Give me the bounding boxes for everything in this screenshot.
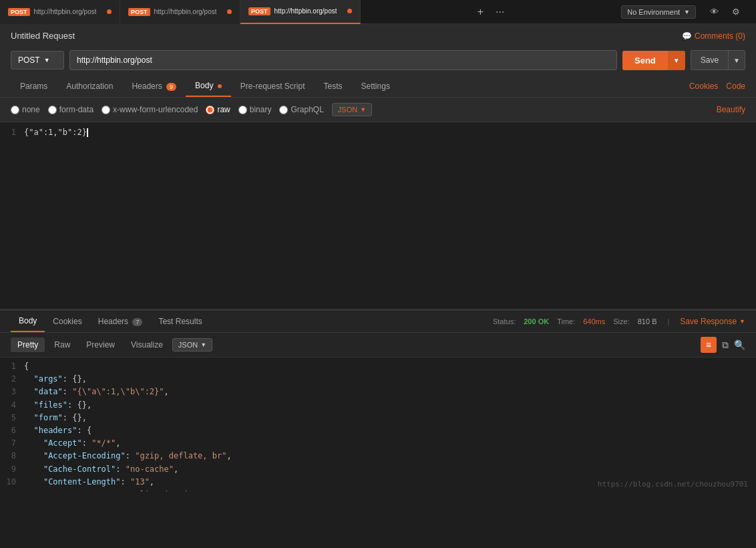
size-value: 810 B [638,317,657,325]
request-tab-2[interactable]: POST http://httpbin.org/post [120,0,240,24]
resp-tab-headers[interactable]: Headers 7 [90,311,151,331]
tab2-method: POST [128,8,150,16]
save-button[interactable]: Save [691,50,729,70]
option-form-data[interactable]: form-data [48,105,93,114]
editor-area[interactable]: 1 {"a":1,"b":2} [0,122,756,309]
status-label: Status: [493,317,516,325]
response-section: Body Cookies Headers 7 Test Results Stat… [0,309,756,491]
request-title: Untitled Request [11,31,75,41]
tab2-url: http://httpbin.org/post [154,8,217,15]
save-response-chevron-icon: ▼ [739,318,745,325]
fmt-tab-raw[interactable]: Raw [47,337,77,352]
env-chevron-icon: ▼ [684,9,690,15]
cookies-link[interactable]: Cookies [689,82,718,91]
response-format-bar: Pretty Raw Preview Visualize JSON ▼ ≡ ⧉ … [0,333,756,358]
search-response-button[interactable]: 🔍 [734,337,745,353]
tab-body[interactable]: Body [186,76,231,97]
environment-label: No Environment [627,8,680,16]
resp-line-2: 2 "args": {}, [0,373,756,386]
response-body[interactable]: 1 { 2 "args": {}, 3 "data": "{\"a\":1,\"… [0,358,756,491]
word-wrap-button[interactable]: ≡ [701,337,717,353]
tab2-dot [227,9,232,14]
resp-line-4: 4 "files": {}, [0,399,756,412]
resp-tab-cookies[interactable]: Cookies [45,311,89,331]
method-chevron-icon: ▼ [44,57,50,63]
toolbar-icons: 👁 ⚙ [700,3,751,21]
method-label: POST [18,55,40,65]
option-none[interactable]: none [11,105,40,114]
tab-tests[interactable]: Tests [315,76,352,96]
request-tab-1[interactable]: POST http://httpbin.org/post [0,0,120,24]
settings-icon-button[interactable]: ⚙ [727,3,745,21]
tab-prerequest[interactable]: Pre-request Script [231,76,315,96]
fmt-tab-preview[interactable]: Preview [79,337,122,352]
response-icons: ≡ ⧉ 🔍 [701,337,745,353]
response-meta: Status: 200 OK Time: 640ms Size: 810 B |… [493,317,745,326]
resp-line-3: 3 "data": "{\"a\":1,\"b\":2}", [0,386,756,398]
save-response-label: Save Response [680,317,737,326]
url-bar: POST ▼ Send ▼ Save ▼ [0,45,756,76]
tab-settings[interactable]: Settings [352,76,399,96]
resp-tab-test-results[interactable]: Test Results [150,311,210,331]
resp-line-6: 6 "headers": { [0,424,756,437]
tab-actions: + ··· [468,5,514,19]
tab1-dot [107,9,112,14]
json-format-label: JSON [338,106,357,114]
resp-line-7: 7 "Accept": "*/*", [0,437,756,450]
resp-line-8: 8 "Accept-Encoding": "gzip, deflate, br"… [0,450,756,462]
req-tab-right: Cookies Code [689,82,745,91]
json-format-selector[interactable]: JSON ▼ [332,103,372,116]
environment-selector[interactable]: No Environment ▼ [621,5,696,19]
body-options: none form-data x-www-form-urlencoded raw… [0,98,756,122]
send-dropdown-button[interactable]: ▼ [668,51,685,70]
resp-line-5: 5 "form": {}, [0,412,756,424]
status-value: 200 OK [524,317,549,325]
tab3-method: POST [248,7,270,15]
tab-headers[interactable]: Headers 9 [122,76,186,96]
method-selector[interactable]: POST ▼ [11,51,64,70]
copy-button[interactable]: ⧉ [722,337,729,353]
code-link[interactable]: Code [726,82,745,91]
request-tabs: Params Authorization Headers 9 Body Pre-… [0,76,756,98]
resp-line-9: 9 "Cache-Control": "no-cache", [0,463,756,476]
beautify-button[interactable]: Beautify [717,105,745,114]
option-binary[interactable]: binary [238,105,272,114]
eye-icon-button[interactable]: 👁 [705,3,724,21]
send-button-group: Send ▼ [622,51,685,70]
tab1-url: http://httpbin.org/post [34,8,97,15]
send-button[interactable]: Send [622,51,668,70]
tab-params[interactable]: Params [11,76,57,96]
tab-authorization[interactable]: Authorization [57,76,122,96]
option-urlencoded[interactable]: x-www-form-urlencoded [102,105,198,114]
url-input[interactable] [69,50,617,70]
json-chevron-icon: ▼ [360,106,366,113]
size-label: Size: [613,317,629,325]
save-response-button[interactable]: Save Response ▼ [680,317,745,326]
more-tabs-button[interactable]: ··· [492,5,508,19]
comments-button[interactable]: 💬 Comments (0) [682,31,745,41]
tab3-dot [347,9,352,13]
comments-label: Comments (0) [695,31,745,41]
tab-bar: POST http://httpbin.org/post POST http:/… [0,0,756,24]
request-tab-3[interactable]: POST http://httpbin.org/post [240,0,361,24]
resp-tab-body[interactable]: Body [11,311,45,332]
new-tab-button[interactable]: + [474,5,488,19]
editor-line-1: 1 {"a":1,"b":2} [0,128,756,137]
resp-json-label: JSON [178,341,198,349]
option-graphql[interactable]: GraphQL [279,105,323,114]
save-dropdown-button[interactable]: ▼ [729,50,745,70]
tab3-url: http://httpbin.org/post [274,7,337,15]
tab1-method: POST [8,8,30,16]
resp-line-11: 11 "Content-Type": "application/json", [0,489,756,491]
fmt-tab-visualize[interactable]: Visualize [124,337,170,352]
watermark: https://blog.csdn.net/chouzhou9701 [598,480,748,489]
headers-badge: 9 [166,83,176,91]
response-json-selector[interactable]: JSON ▼ [172,338,212,352]
fmt-tab-pretty[interactable]: Pretty [11,337,45,352]
option-raw[interactable]: raw [206,105,230,114]
response-tabs-bar: Body Cookies Headers 7 Test Results Stat… [0,311,756,333]
request-title-bar: Untitled Request 💬 Comments (0) [0,24,756,45]
editor-cursor [87,128,88,137]
resp-json-chevron-icon: ▼ [200,341,206,348]
resp-line-1: 1 { [0,360,756,373]
